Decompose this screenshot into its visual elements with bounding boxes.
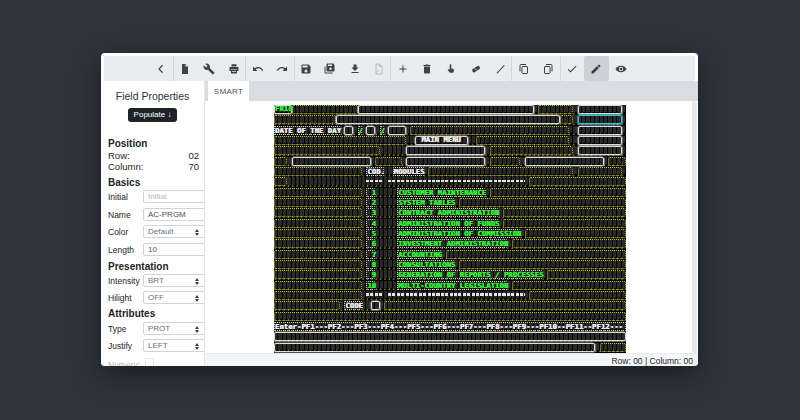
terminal-text[interactable]: DATE OF THE DAY <box>274 126 340 135</box>
wrench-button[interactable] <box>197 56 221 81</box>
terminal-field[interactable] <box>358 105 534 114</box>
terminal-text[interactable]: Enter-PF1---PF2---PF3---PF4---PF5---PF6-… <box>274 322 626 331</box>
terminal-field[interactable] <box>578 105 622 114</box>
terminal-field-empty[interactable] <box>529 291 626 300</box>
terminal-text[interactable]: 9 <box>366 270 375 279</box>
terminal-text[interactable]: SYSTEM TABLES <box>397 198 454 207</box>
terminal-text[interactable]: CONTRACT ADMINISTRATION <box>397 208 498 217</box>
terminal-text[interactable]: 3 <box>366 208 375 217</box>
intensity-select[interactable]: BRT <box>143 274 205 287</box>
terminal-text[interactable]: MODULES <box>393 167 424 176</box>
terminal-text[interactable]: 5 <box>366 229 375 238</box>
terminal-field-empty[interactable] <box>547 270 626 279</box>
terminal-field[interactable] <box>578 126 622 135</box>
terminal-field-empty[interactable] <box>459 198 626 207</box>
terminal-text[interactable]: CUSTOMER MAINTENANCE <box>397 188 485 197</box>
terminal-text[interactable]: ACCOUNTING <box>397 250 441 259</box>
terminal-field-empty[interactable] <box>384 301 626 310</box>
terminal-field[interactable] <box>406 157 485 166</box>
terminal-field-empty[interactable] <box>428 167 573 176</box>
terminal-text[interactable]: 2 <box>366 198 375 207</box>
eye-button[interactable] <box>609 56 633 81</box>
terminal-field[interactable] <box>406 146 485 155</box>
terminal-field[interactable] <box>274 343 595 352</box>
tab-smart[interactable]: SMART <box>208 81 249 101</box>
terminal-field[interactable] <box>344 126 353 135</box>
terminal-field-empty[interactable] <box>274 301 340 310</box>
terminal-field-empty[interactable] <box>560 115 573 124</box>
scrollbar[interactable] <box>692 101 697 353</box>
terminal-field-empty[interactable] <box>274 115 336 124</box>
redo-button[interactable] <box>270 56 294 81</box>
terminal-field[interactable] <box>292 157 371 166</box>
populate-button[interactable]: Populate ↓ <box>128 108 177 122</box>
terminal-field-empty[interactable] <box>490 157 521 166</box>
terminal-text[interactable]: 10 <box>366 281 375 290</box>
eraser-button[interactable] <box>463 56 487 81</box>
terminal-field[interactable] <box>525 157 604 166</box>
copy-button[interactable] <box>512 56 536 81</box>
touch-button[interactable] <box>439 56 463 81</box>
terminal-dashes[interactable] <box>388 180 524 182</box>
chevron-left-button[interactable] <box>149 56 173 81</box>
initial-input[interactable]: Initial <box>143 190 205 203</box>
justify-select[interactable]: LEFT <box>143 339 205 352</box>
terminal-field-empty[interactable] <box>274 167 362 176</box>
terminal-field-empty[interactable] <box>490 188 626 197</box>
terminal-field-empty[interactable] <box>274 177 287 186</box>
pencil-button[interactable] <box>584 56 608 81</box>
terminal-field-empty[interactable] <box>525 229 626 238</box>
save-all-button[interactable] <box>318 56 342 81</box>
terminal-field-empty[interactable] <box>503 219 626 228</box>
undo-button[interactable] <box>246 56 270 81</box>
terminal-text[interactable]: CONSULTATIONS <box>397 260 454 269</box>
terminal-text[interactable]: MULTI-COUNTRY LEGISLATION <box>397 281 507 290</box>
terminal-text-field[interactable]: MAIN MENU <box>415 136 468 145</box>
terminal-field-empty[interactable] <box>490 146 574 155</box>
terminal-field-empty[interactable] <box>274 188 362 197</box>
terminal-dashes[interactable] <box>388 293 524 295</box>
name-input[interactable]: AC-PRGM <box>143 208 205 221</box>
terminal-text[interactable]: INVESTMENT ADMINISTRATION <box>397 239 507 248</box>
terminal-field-empty[interactable] <box>274 270 362 279</box>
terminal-text-field[interactable]: FR10 <box>274 105 292 114</box>
terminal-field-empty[interactable] <box>274 312 626 321</box>
terminal-text[interactable]: ADMINISTRATION OF COMMISSION <box>397 229 520 238</box>
hilight-select[interactable]: OFF <box>143 291 205 304</box>
terminal-field-selected[interactable] <box>578 115 622 124</box>
terminal-field-empty[interactable] <box>410 126 568 135</box>
terminal-field[interactable] <box>578 136 622 145</box>
terminal-field[interactable] <box>371 301 380 310</box>
terminal-field-empty[interactable] <box>476 136 568 145</box>
terminal-text[interactable]: / <box>380 126 384 135</box>
terminal-field-empty[interactable] <box>274 136 406 145</box>
terminal-field-empty[interactable] <box>375 157 401 166</box>
terminal-field[interactable] <box>274 332 626 341</box>
terminal-screen[interactable]: FR10DATE OF THE DAY//MAIN MENUCOD.MODULE… <box>274 105 626 353</box>
terminal-text[interactable]: CODE <box>344 301 362 310</box>
paste-button[interactable] <box>536 56 560 81</box>
terminal-field-empty[interactable] <box>274 239 362 248</box>
length-input[interactable]: 10 <box>143 243 205 256</box>
trash-button[interactable] <box>415 56 439 81</box>
printer-button[interactable] <box>222 56 246 81</box>
terminal-field-empty[interactable] <box>529 177 626 186</box>
terminal-field[interactable] <box>388 126 406 135</box>
file-pdf-button[interactable]: p <box>367 56 391 81</box>
terminal-text[interactable]: 7 <box>366 250 375 259</box>
terminal-field[interactable] <box>336 115 560 124</box>
terminal-field-empty[interactable] <box>608 157 626 166</box>
terminal-text[interactable]: 6 <box>366 239 375 248</box>
brush-button[interactable] <box>488 56 512 81</box>
terminal-dashes[interactable] <box>366 293 384 295</box>
save-button[interactable] <box>294 56 318 81</box>
type-select[interactable]: PROT <box>143 322 205 335</box>
terminal-field-empty[interactable] <box>274 260 362 269</box>
terminal-field-empty[interactable] <box>274 250 362 259</box>
terminal-field-empty[interactable] <box>446 250 626 259</box>
terminal-field-empty[interactable] <box>274 219 362 228</box>
terminal-field-empty[interactable] <box>459 260 626 269</box>
terminal-text[interactable]: 8 <box>366 260 375 269</box>
check-button[interactable] <box>560 56 584 81</box>
partial-checkbox[interactable] <box>145 358 154 366</box>
